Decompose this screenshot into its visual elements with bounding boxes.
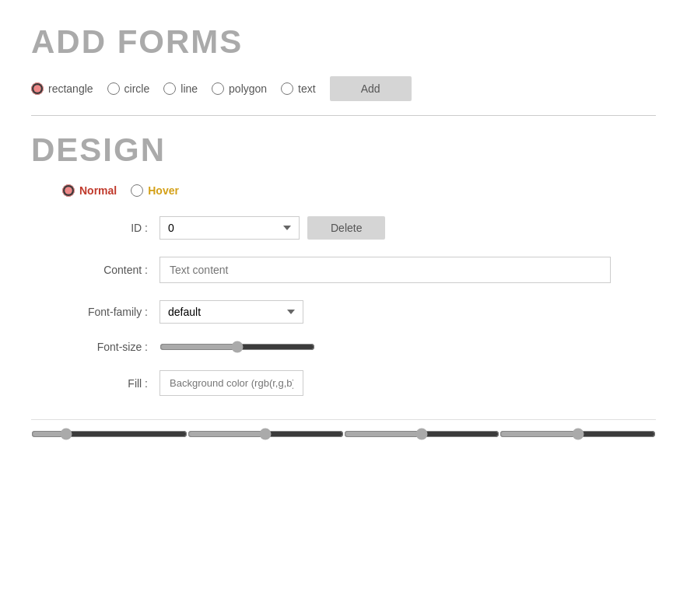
font-size-control-area — [159, 341, 656, 353]
content-label: Content : — [47, 264, 148, 276]
add-forms-section: ADD FORMS rectangle circle line polygon … — [31, 23, 656, 116]
fill-control-area — [159, 370, 656, 396]
font-size-slider[interactable] — [159, 341, 315, 353]
design-section: DESIGN Normal Hover ID : 0 Delete Conten… — [31, 131, 656, 396]
hover-radio[interactable] — [131, 184, 143, 197]
id-control-area: 0 Delete — [159, 216, 656, 240]
radio-option-polygon[interactable]: polygon — [212, 82, 267, 95]
bottom-slider-3 — [344, 428, 500, 440]
polygon-label: polygon — [229, 82, 267, 95]
text-label: text — [298, 82, 316, 95]
section-divider — [31, 115, 656, 116]
content-input[interactable] — [159, 257, 611, 283]
fill-row: Fill : — [47, 370, 656, 396]
circle-radio[interactable] — [107, 82, 120, 95]
state-radio-group: Normal Hover — [62, 184, 656, 197]
line-label: line — [181, 82, 198, 95]
hover-label: Hover — [148, 184, 179, 197]
radio-option-text[interactable]: text — [281, 82, 316, 95]
bottom-slider-input-2[interactable] — [188, 428, 344, 440]
normal-radio[interactable] — [62, 184, 75, 197]
design-title: DESIGN — [31, 131, 656, 169]
bottom-slider-input-1[interactable] — [31, 428, 188, 440]
add-forms-title: ADD FORMS — [31, 23, 656, 61]
radio-option-line[interactable]: line — [163, 82, 198, 95]
font-family-select[interactable]: default Arial Times New Roman Courier Ne… — [159, 300, 303, 324]
radio-option-normal[interactable]: Normal — [62, 184, 117, 197]
text-radio[interactable] — [281, 82, 293, 95]
radio-option-circle[interactable]: circle — [107, 82, 150, 95]
add-button[interactable]: Add — [330, 76, 412, 101]
font-family-control-area: default Arial Times New Roman Courier Ne… — [159, 300, 656, 324]
bottom-slider-1 — [31, 428, 188, 440]
font-size-row: Font-size : — [47, 341, 656, 353]
content-control-area — [159, 257, 656, 283]
fill-input[interactable] — [159, 370, 303, 396]
circle-label: circle — [124, 82, 150, 95]
rectangle-radio[interactable] — [31, 82, 44, 95]
radio-option-hover[interactable]: Hover — [131, 184, 179, 197]
bottom-slider-input-4[interactable] — [499, 428, 656, 440]
line-radio[interactable] — [163, 82, 176, 95]
delete-button[interactable]: Delete — [307, 216, 385, 240]
font-family-row: Font-family : default Arial Times New Ro… — [47, 300, 656, 324]
radio-option-rectangle[interactable]: rectangle — [31, 82, 93, 95]
shape-radio-group: rectangle circle line polygon text Add — [31, 76, 656, 101]
content-row: Content : — [47, 257, 656, 283]
bottom-slider-input-3[interactable] — [344, 428, 500, 440]
id-row: ID : 0 Delete — [47, 216, 656, 240]
rectangle-label: rectangle — [48, 82, 93, 95]
id-label: ID : — [47, 222, 148, 234]
font-family-label: Font-family : — [47, 306, 148, 318]
bottom-sliders — [31, 419, 656, 448]
bottom-slider-4 — [499, 428, 656, 440]
fill-label: Fill : — [47, 377, 148, 390]
font-size-label: Font-size : — [47, 341, 148, 353]
polygon-radio[interactable] — [212, 82, 224, 95]
normal-label: Normal — [79, 184, 117, 197]
bottom-slider-2 — [188, 428, 344, 440]
id-select[interactable]: 0 — [159, 216, 300, 240]
